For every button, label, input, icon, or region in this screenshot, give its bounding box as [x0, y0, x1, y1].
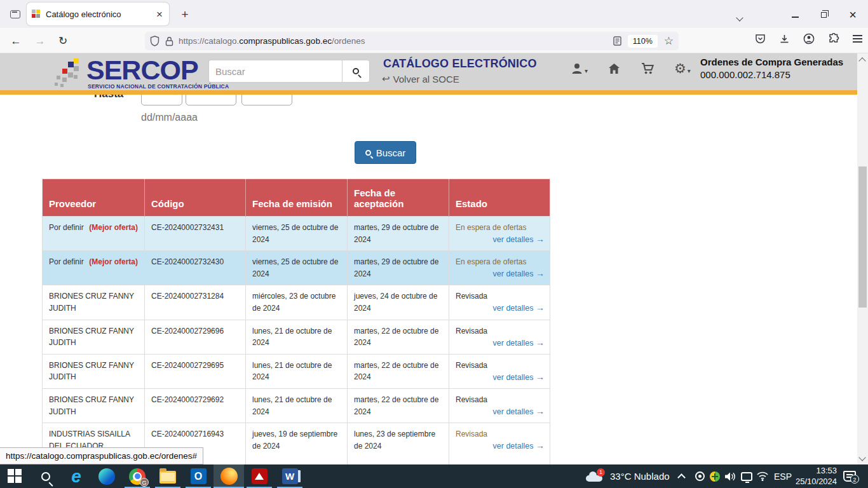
- tab-close-icon[interactable]: ×: [155, 9, 164, 20]
- weather-widget[interactable]: 1 33°C Nublado: [586, 464, 670, 488]
- taskbar-outlook-button[interactable]: O: [183, 464, 214, 488]
- acceptance-date: martes, 22 de octubre de 2024: [348, 354, 449, 388]
- sphere-icon: [710, 471, 720, 482]
- speaker-icon: [724, 471, 736, 482]
- taskbar-edge-button[interactable]: [92, 464, 122, 488]
- ver-detalles-link[interactable]: ver detalles →: [493, 233, 545, 247]
- account-icon[interactable]: [803, 33, 815, 44]
- ver-detalles-link[interactable]: ver detalles →: [493, 405, 545, 419]
- reader-mode-icon[interactable]: [613, 36, 621, 46]
- taskbar-chrome-button[interactable]: G: [122, 464, 153, 488]
- cart-button[interactable]: [641, 62, 654, 75]
- arrow-right-icon: →: [536, 302, 545, 313]
- weather-badge: 1: [597, 468, 605, 477]
- extensions-puzzle-icon[interactable]: [828, 33, 839, 44]
- search-icon: [365, 150, 371, 156]
- scroll-down-arrow[interactable]: [858, 454, 865, 461]
- tray-network-button[interactable]: [756, 464, 769, 488]
- zoom-level-button[interactable]: 110%: [628, 35, 658, 48]
- tray-clock-button[interactable]: 13:5325/10/2024: [796, 464, 837, 488]
- minimize-button[interactable]: [785, 8, 804, 22]
- taskbar-firefox-button[interactable]: [214, 464, 244, 488]
- shield-icon[interactable]: [150, 36, 159, 46]
- browser-tab[interactable]: Catálogo electrónico ×: [27, 3, 169, 25]
- tab-list-chevron-icon[interactable]: [737, 11, 745, 19]
- url-bar[interactable]: https://catalogo.compraspublicas.gob.ec/…: [145, 32, 679, 50]
- site-header: SERCOP SERVICIO NACIONAL DE CONTRATACIÓN…: [0, 53, 857, 95]
- buscar-button[interactable]: Buscar: [355, 141, 416, 164]
- table-row: BRIONES CRUZ FANNY JUDITH CE-20240002729…: [43, 320, 550, 354]
- catalog-search-input[interactable]: [208, 60, 342, 83]
- reload-button[interactable]: ↻: [55, 33, 71, 50]
- taskbar-word-button[interactable]: W: [275, 464, 305, 488]
- windows-logo-icon: [8, 469, 23, 484]
- tray-app-button[interactable]: [710, 464, 720, 488]
- taskbar-ie-button[interactable]: e: [61, 464, 92, 488]
- link-preview-statusbar: https://catalogo.compraspublicas.gob.ec/…: [0, 447, 203, 464]
- forward-button[interactable]: →: [32, 33, 48, 50]
- notification-center-button[interactable]: 2: [843, 464, 856, 488]
- ver-detalles-link[interactable]: ver detalles →: [493, 301, 545, 315]
- settings-menu-button[interactable]: ⚙▾: [674, 62, 691, 75]
- sercop-wordmark[interactable]: SERCOP: [86, 55, 198, 86]
- acceptance-date: martes, 22 de octubre de 2024: [348, 388, 449, 423]
- taskbar-explorer-button[interactable]: [153, 464, 183, 488]
- emission-date: miércoles, 23 de octubre de 2024: [246, 285, 348, 320]
- tray-language-button[interactable]: ESP: [774, 464, 792, 488]
- scrollbar-thumb[interactable]: [858, 166, 867, 308]
- emission-date: viernes, 25 de octubre de 2024: [246, 217, 348, 251]
- catalog-search-button[interactable]: [342, 60, 370, 83]
- ver-detalles-link[interactable]: ver detalles →: [493, 336, 545, 350]
- page-content: Hasta dd/mm/aaaa Buscar Proveedor Código…: [0, 53, 857, 488]
- provider-name: BRIONES CRUZ FANNY JUDITH: [43, 388, 145, 423]
- provider-name: BRIONES CRUZ FANNY JUDITH: [43, 285, 145, 320]
- lock-icon[interactable]: [165, 36, 173, 46]
- col-codigo: Código: [145, 179, 246, 217]
- notification-badge: 2: [850, 475, 859, 484]
- back-button[interactable]: ←: [8, 33, 24, 50]
- acceptance-date: martes, 29 de octubre de 2024: [348, 251, 449, 285]
- tray-volume-button[interactable]: [724, 464, 736, 488]
- acceptance-date: jueves, 24 de octubre de 2024: [348, 285, 449, 320]
- tray-record-button[interactable]: [695, 464, 705, 488]
- word-icon: W: [282, 468, 298, 484]
- search-icon: [41, 472, 50, 481]
- volver-al-soce-link[interactable]: ↩Volver al SOCE: [382, 73, 459, 85]
- window-close-button[interactable]: ×: [843, 8, 862, 22]
- site-favicon-icon: [32, 10, 41, 18]
- sercop-subtitle: SERVICIO NACIONAL DE CONTRATACIÓN PÚBLIC…: [88, 83, 208, 90]
- emission-date: lunes, 21 de octubre de 2024: [246, 320, 348, 354]
- vertical-scrollbar[interactable]: [857, 53, 868, 488]
- taskbar-acrobat-button[interactable]: [244, 464, 275, 488]
- order-code: CE-20240002732431: [145, 217, 246, 251]
- monitor-icon: [741, 472, 752, 481]
- taskbar-search-button[interactable]: [31, 464, 61, 488]
- internet-explorer-icon: e: [71, 468, 81, 485]
- user-menu-button[interactable]: ▾: [571, 62, 588, 75]
- bookmark-star-icon[interactable]: ☆: [664, 34, 674, 48]
- tray-overflow-button[interactable]: [679, 464, 684, 488]
- menu-hamburger-icon[interactable]: [853, 35, 862, 43]
- arrow-right-icon: →: [536, 440, 545, 451]
- tab-title: Catálogo electrónico: [46, 10, 155, 19]
- clock-date: 25/10/2024: [796, 477, 837, 486]
- home-button[interactable]: [607, 62, 621, 75]
- new-tab-button[interactable]: +: [177, 6, 193, 23]
- scroll-up-arrow[interactable]: [858, 57, 865, 64]
- gear-icon: ⚙: [674, 62, 686, 75]
- firefox-view-button[interactable]: [5, 4, 25, 24]
- downloads-icon[interactable]: [779, 34, 790, 44]
- col-fecha-aceptacion: Fecha de aceptación: [348, 179, 449, 217]
- ver-detalles-link[interactable]: ver detalles →: [493, 267, 545, 281]
- ver-detalles-link[interactable]: ver detalles →: [493, 439, 545, 453]
- order-code: CE-20240002729695: [145, 354, 246, 388]
- start-button[interactable]: [0, 464, 31, 488]
- arrow-right-icon: →: [536, 406, 545, 416]
- emission-date: viernes, 25 de octubre de 2024: [246, 251, 348, 285]
- restore-button[interactable]: [814, 8, 833, 22]
- provider-name: BRIONES CRUZ FANNY JUDITH: [43, 354, 145, 388]
- tray-display-button[interactable]: [741, 464, 752, 488]
- pocket-icon[interactable]: [755, 34, 766, 44]
- edge-icon: [98, 468, 115, 485]
- ver-detalles-link[interactable]: ver detalles →: [493, 370, 545, 384]
